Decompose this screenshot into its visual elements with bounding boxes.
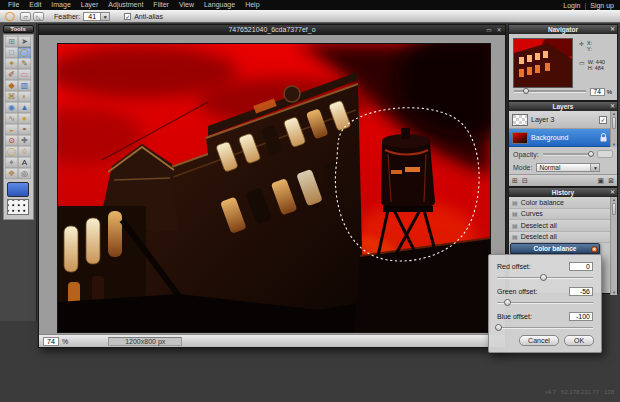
- blend-mode-select[interactable]: Normal ▼: [536, 163, 600, 172]
- history-close-icon[interactable]: ✕: [610, 188, 615, 197]
- history-scrollbar[interactable]: ▲▼: [610, 197, 617, 295]
- navigator-zoom-input[interactable]: [590, 88, 605, 96]
- green-offset-slider[interactable]: [497, 302, 593, 304]
- red-offset-input[interactable]: [569, 262, 593, 271]
- close-icon[interactable]: ✕: [495, 26, 503, 34]
- blue-offset-input[interactable]: [569, 312, 593, 321]
- move-tool-icon[interactable]: ➤: [18, 36, 31, 47]
- dodge-tool-icon[interactable]: ◒: [5, 124, 18, 135]
- ok-button[interactable]: OK: [564, 335, 594, 346]
- pattern-swatch[interactable]: [7, 199, 29, 215]
- navigator-zoom-handle[interactable]: [523, 88, 529, 94]
- smudge-tool-icon[interactable]: ∿: [5, 113, 18, 124]
- tool-options-bar: ◯ ▱ ◺ Feather: ▼ ✓ Anti-alias: [0, 10, 620, 23]
- layers-scrollbar[interactable]: ▲▼: [610, 111, 617, 147]
- feather-stepper-icon[interactable]: ▼: [101, 12, 110, 21]
- layer-row-background[interactable]: Background: [509, 129, 610, 147]
- red-offset-slider[interactable]: [497, 277, 593, 279]
- login-link[interactable]: Login: [563, 2, 580, 9]
- menu-edit[interactable]: Edit: [24, 0, 46, 10]
- statusbar-zoom-input[interactable]: [43, 337, 59, 346]
- antialias-checkbox[interactable]: ✓: [124, 13, 131, 20]
- color-balance-dialog: Red offset:Green offset:Blue offset: Can…: [488, 254, 602, 353]
- layer3-thumbnail: [512, 114, 528, 126]
- menu-help[interactable]: Help: [240, 0, 264, 10]
- red-offset-handle[interactable]: [540, 274, 547, 281]
- menu-layer[interactable]: Layer: [76, 0, 104, 10]
- red-eye-tool-icon[interactable]: ⊙: [5, 135, 18, 146]
- spot-heal-tool-icon[interactable]: ✚: [18, 135, 31, 146]
- layer-row-layer3[interactable]: Layer 3 ✓: [509, 111, 610, 129]
- history-item-0[interactable]: ▤Color balance: [509, 197, 610, 209]
- document-title: 7476521040_6cda7377ef_o: [228, 26, 315, 33]
- signup-link[interactable]: Sign up: [590, 2, 614, 9]
- navigator-zoom-slider[interactable]: [514, 90, 586, 93]
- blue-offset-slider[interactable]: [497, 327, 593, 329]
- eraser-tool-icon[interactable]: ▭: [18, 69, 31, 80]
- opacity-handle[interactable]: [588, 151, 594, 157]
- delete-layer-button[interactable]: ⊠: [608, 176, 614, 186]
- dialog-close-icon[interactable]: ✕: [591, 246, 598, 253]
- document-window: 7476521040_6cda7377ef_o ▭ ✕: [38, 24, 506, 348]
- type-tool-icon[interactable]: A: [18, 157, 31, 168]
- green-offset-handle[interactable]: [504, 299, 511, 306]
- background-name: Background: [531, 134, 597, 141]
- color-swatch[interactable]: [7, 182, 29, 197]
- cancel-button[interactable]: Cancel: [519, 335, 559, 346]
- hand-tool-icon[interactable]: ❖: [5, 168, 18, 179]
- new-layer-button[interactable]: ▣: [598, 176, 605, 186]
- bloat-tool-icon[interactable]: ◯: [5, 146, 18, 157]
- blur-tool-icon[interactable]: ◉: [5, 102, 18, 113]
- menu-view[interactable]: View: [174, 0, 199, 10]
- active-lasso-tool-icon: ◯: [5, 11, 15, 21]
- navigator-close-icon[interactable]: ✕: [610, 25, 615, 34]
- gradient-tool-icon[interactable]: ▥: [18, 80, 31, 91]
- canvas-image[interactable]: [58, 44, 490, 332]
- menu-filter[interactable]: Filter: [148, 0, 174, 10]
- lasso-freehand-mode-icon[interactable]: ▱: [20, 12, 31, 21]
- burn-tool-icon[interactable]: ◓: [18, 124, 31, 135]
- document-titlebar[interactable]: 7476521040_6cda7377ef_o ▭ ✕: [39, 25, 505, 35]
- menu-adjustment[interactable]: Adjustment: [103, 0, 148, 10]
- history-step-icon: ▤: [512, 222, 518, 229]
- color-replace-tool-icon[interactable]: ◐: [18, 91, 31, 102]
- paint-bucket-tool-icon[interactable]: ◆: [5, 80, 18, 91]
- menu-language[interactable]: Language: [199, 0, 240, 10]
- menu-image[interactable]: Image: [46, 0, 75, 10]
- layer3-visibility-checkbox[interactable]: ✓: [599, 116, 607, 124]
- opacity-slider[interactable]: [543, 153, 593, 156]
- blue-offset-handle[interactable]: [495, 324, 502, 331]
- zoom-tool-icon[interactable]: ◎: [18, 168, 31, 179]
- cursor-position-icon: ✛: [579, 40, 584, 52]
- brush-tool-icon[interactable]: ✐: [5, 69, 18, 80]
- navigator-thumb-art: [514, 39, 572, 87]
- merge-layer-button[interactable]: ⊟: [522, 176, 528, 186]
- pencil-tool-icon[interactable]: ✎: [18, 58, 31, 69]
- feather-input[interactable]: [83, 12, 101, 21]
- marquee-tool-icon[interactable]: □: [5, 47, 18, 58]
- minimize-icon[interactable]: ▭: [485, 26, 493, 34]
- layers-close-icon[interactable]: ✕: [610, 102, 615, 111]
- history-item-3[interactable]: ▤Deselect all: [509, 232, 610, 244]
- lasso-polygon-mode-icon[interactable]: ◺: [33, 12, 44, 21]
- menu-file[interactable]: File: [3, 0, 24, 10]
- sponge-tool-icon[interactable]: ●: [18, 113, 31, 124]
- clone-stamp-tool-icon[interactable]: ⌘: [5, 91, 18, 102]
- history-item-2[interactable]: ▤Deselect all: [509, 220, 610, 232]
- layer-mask-button[interactable]: ⊞: [512, 176, 518, 186]
- history-item-1[interactable]: ▤Curves: [509, 209, 610, 221]
- pinch-tool-icon[interactable]: ◊: [18, 146, 31, 157]
- wand-tool-icon[interactable]: ✦: [5, 58, 18, 69]
- dialog-fields: Red offset:Green offset:Blue offset:: [497, 262, 593, 329]
- navigator-thumbnail[interactable]: [513, 38, 573, 88]
- color-picker-tool-icon[interactable]: ⌖: [5, 157, 18, 168]
- lasso-tool-icon[interactable]: ◯: [18, 47, 31, 58]
- color-balance-dialog-titlebar[interactable]: Color balance ✕: [510, 243, 600, 254]
- green-offset-input[interactable]: [569, 287, 593, 296]
- layer3-name: Layer 3: [531, 116, 596, 123]
- chevron-down-icon[interactable]: ▼: [590, 164, 599, 171]
- crop-tool-icon[interactable]: ⊞: [5, 36, 18, 47]
- sharpen-tool-icon[interactable]: ▲: [18, 102, 31, 113]
- tools-grid: ⊞➤□◯✦✎✐▭◆▥⌘◐◉▲∿●◒◓⊙✚◯◊⌖A❖◎: [5, 36, 32, 179]
- layers-title: Layers: [553, 103, 574, 110]
